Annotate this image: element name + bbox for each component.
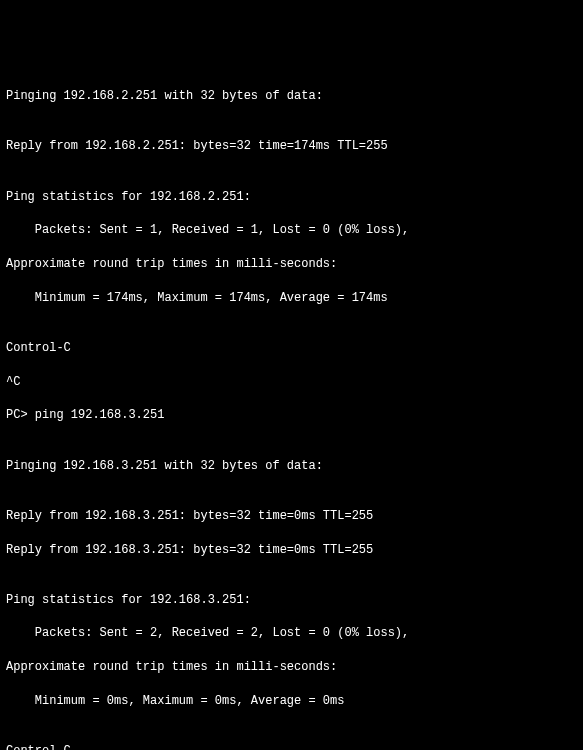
terminal-line: Control-C (6, 743, 583, 750)
terminal-line: Minimum = 0ms, Maximum = 0ms, Average = … (6, 693, 583, 710)
terminal-line: PC> ping 192.168.3.251 (6, 407, 583, 424)
terminal-line: Approximate round trip times in milli-se… (6, 659, 583, 676)
terminal-output[interactable]: Pinging 192.168.2.251 with 32 bytes of d… (6, 71, 583, 750)
terminal-line: Packets: Sent = 2, Received = 2, Lost = … (6, 625, 583, 642)
terminal-line: Packets: Sent = 1, Received = 1, Lost = … (6, 222, 583, 239)
terminal-line: Control-C (6, 340, 583, 357)
terminal-line: ^C (6, 374, 583, 391)
terminal-line: Ping statistics for 192.168.3.251: (6, 592, 583, 609)
terminal-line: Reply from 192.168.3.251: bytes=32 time=… (6, 508, 583, 525)
terminal-line: Pinging 192.168.2.251 with 32 bytes of d… (6, 88, 583, 105)
terminal-line: Approximate round trip times in milli-se… (6, 256, 583, 273)
terminal-line: Reply from 192.168.3.251: bytes=32 time=… (6, 542, 583, 559)
terminal-line: Pinging 192.168.3.251 with 32 bytes of d… (6, 458, 583, 475)
terminal-line: Ping statistics for 192.168.2.251: (6, 189, 583, 206)
terminal-line: Reply from 192.168.2.251: bytes=32 time=… (6, 138, 583, 155)
terminal-line: Minimum = 174ms, Maximum = 174ms, Averag… (6, 290, 583, 307)
